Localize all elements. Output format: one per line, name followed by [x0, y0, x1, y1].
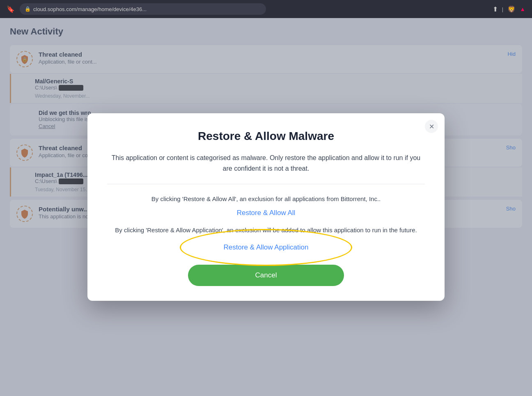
browser-chrome: 🔖 🔒 cloud.sophos.com/manage/home/device/…: [0, 0, 532, 18]
address-bar[interactable]: 🔒 cloud.sophos.com/manage/home/device/4e…: [20, 3, 266, 15]
modal-close-button[interactable]: ✕: [425, 120, 438, 133]
modal-title: Restore & Allow Malware: [107, 130, 425, 143]
restore-allow-app-link[interactable]: Restore & Allow Application: [217, 240, 315, 255]
modal-dialog: ✕ Restore & Allow Malware This applicati…: [87, 113, 445, 300]
close-icon: ✕: [429, 123, 434, 130]
bookmark-icon: 🔖: [7, 5, 15, 13]
section2-text: By clicking 'Restore & Allow Application…: [107, 225, 425, 235]
modal-overlay: ✕ Restore & Allow Malware This applicati…: [0, 18, 532, 396]
main-content: New Activity 🔒 Threat cleaned Applicatio…: [0, 18, 532, 396]
brave-icon[interactable]: 🦁: [507, 5, 516, 13]
restore-allow-app-wrapper: Restore & Allow Application: [107, 240, 425, 255]
url-text: cloud.sophos.com/manage/home/device/4e36…: [33, 6, 147, 12]
cancel-button[interactable]: Cancel: [188, 265, 344, 286]
restore-allow-all-link[interactable]: Restore & Allow All: [107, 209, 425, 217]
share-icon[interactable]: ⬆: [493, 5, 498, 13]
modal-section-1: By clicking 'Restore & Allow All', an ex…: [107, 194, 425, 217]
divider: |: [502, 6, 503, 12]
browser-actions: ⬆ | 🦁 ▲: [493, 5, 525, 13]
lock-icon: 🔒: [25, 6, 31, 12]
alert-icon[interactable]: ▲: [520, 6, 525, 12]
modal-warning-text: This application or content is categoris…: [107, 153, 425, 174]
modal-divider: [107, 184, 425, 184]
modal-section-2: By clicking 'Restore & Allow Application…: [107, 225, 425, 235]
section1-text: By clicking 'Restore & Allow All', an ex…: [107, 194, 425, 204]
